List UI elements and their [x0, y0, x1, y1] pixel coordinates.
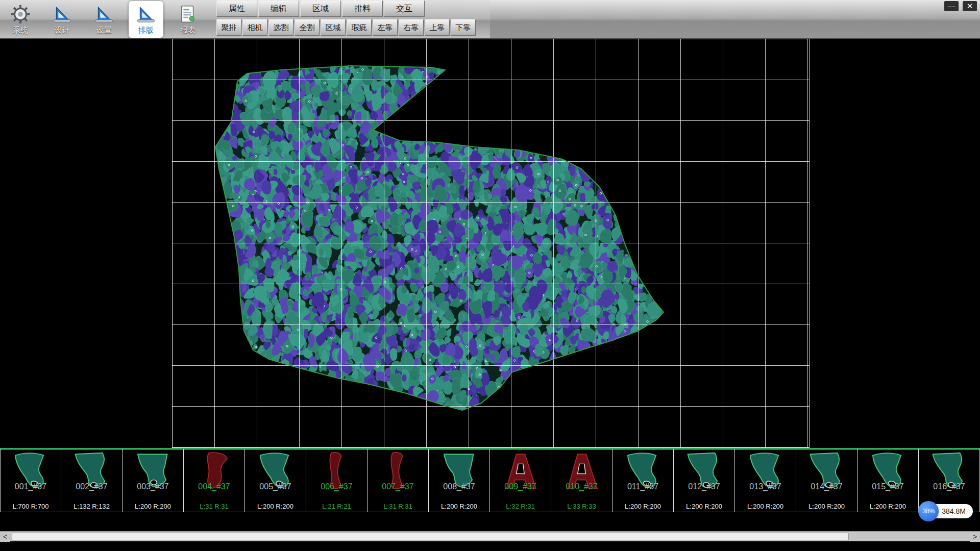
piece-name: 013_#37: [735, 482, 796, 491]
piece-name: 011_#37: [612, 482, 673, 491]
piece-name: 003_#37: [122, 482, 183, 491]
scroll-left-arrow[interactable]: <: [0, 532, 10, 542]
piece-lr-count: L:132 R:132: [61, 503, 122, 510]
piece-thumbnail-strip: 001_#37L:700 R:700002_#37L:132 R:132003_…: [0, 448, 980, 512]
horizontal-scrollbar[interactable]: < >: [0, 531, 980, 541]
nesting-canvas-viewport[interactable]: [172, 39, 810, 448]
sail-icon: [135, 4, 157, 25]
piece-lr-count: L:200 R:200: [122, 503, 183, 510]
progress-percent-circle: 38%: [918, 501, 939, 521]
tool-button-10[interactable]: 下靠: [451, 19, 476, 36]
app-button-settings[interactable]: 设置: [87, 1, 121, 38]
app-button-report[interactable]: 报表: [170, 1, 205, 38]
tool-button-7[interactable]: 左靠: [373, 19, 398, 36]
piece-lr-count: L:200 R:200: [735, 503, 796, 510]
report-icon: [177, 4, 199, 25]
piece-name: 005_#37: [245, 482, 306, 491]
piece-name: 002_#37: [61, 482, 122, 491]
piece-name: 016_#37: [919, 482, 979, 491]
nesting-canvas[interactable]: [172, 39, 810, 448]
menu-tab-2[interactable]: 编辑: [258, 1, 299, 17]
app-button-label: 设计: [55, 26, 70, 35]
thumbnail-cell-005_#37[interactable]: 005_#37L:200 R:200: [245, 449, 306, 512]
thumbnail-cell-010_#37[interactable]: 010_#37L:33 R:33: [551, 449, 612, 512]
piece-name: 009_#37: [490, 482, 551, 491]
tool-button-9[interactable]: 上靠: [425, 19, 450, 36]
piece-name: 004_#37: [184, 482, 244, 491]
tool-button-3[interactable]: 选割: [268, 19, 293, 36]
piece-lr-count: L:200 R:200: [674, 503, 734, 510]
thumbnail-cell-001_#37[interactable]: 001_#37L:700 R:700: [0, 449, 61, 512]
window-controls: — ✕: [944, 1, 977, 11]
piece-lr-count: L:200 R:200: [612, 503, 673, 510]
piece-lr-count: L:32 R:31: [490, 503, 551, 510]
thumbnail-cell-015_#37[interactable]: 015_#37L:200 R:200: [857, 449, 919, 512]
app-button-layout[interactable]: 排版: [129, 1, 163, 38]
menu-tab-5[interactable]: 交互: [384, 1, 425, 17]
piece-name: 014_#37: [796, 482, 857, 491]
piece-lr-count: L:21 R:21: [306, 503, 367, 510]
sail-icon: [52, 4, 73, 25]
app-window: 系统设计设置排版报表 属性编辑区域排料交互 聚排相机选割全割区域瑕疵左靠右靠上靠…: [0, 0, 980, 551]
thumbnail-cell-013_#37[interactable]: 013_#37L:200 R:200: [735, 449, 796, 512]
piece-name: 010_#37: [551, 482, 612, 491]
toolbar: 系统设计设置排版报表 属性编辑区域排料交互 聚排相机选割全割区域瑕疵左靠右靠上靠…: [0, 0, 980, 39]
thumbnail-cell-003_#37[interactable]: 003_#37L:200 R:200: [122, 449, 184, 512]
tool-button-row: 聚排相机选割全割区域瑕疵左靠右靠上靠下靠: [216, 19, 476, 36]
app-button-label: 系统: [13, 26, 28, 35]
app-button-label: 报表: [180, 26, 195, 35]
thumbnail-cell-014_#37[interactable]: 014_#37L:200 R:200: [796, 449, 857, 512]
thumbnail-cell-006_#37[interactable]: 006_#37L:21 R:21: [306, 449, 368, 512]
thumbnail-cell-002_#37[interactable]: 002_#37L:132 R:132: [61, 449, 122, 512]
app-button-bar: 系统设计设置排版报表: [3, 1, 205, 38]
thumbnail-cell-007_#37[interactable]: 007_#37L:31 R:31: [368, 449, 429, 512]
piece-name: 008_#37: [429, 482, 489, 491]
scroll-right-arrow[interactable]: >: [970, 532, 980, 542]
piece-name: 006_#37: [306, 482, 367, 491]
piece-name: 007_#37: [368, 482, 428, 491]
piece-lr-count: L:200 R:200: [796, 503, 857, 510]
progress-badge: 38% 384.8M: [918, 501, 973, 521]
piece-lr-count: L:700 R:700: [1, 503, 61, 510]
sail-icon: [93, 4, 115, 25]
menu-tab-3[interactable]: 区域: [300, 1, 341, 17]
piece-name: 015_#37: [857, 482, 918, 491]
thumbnail-cell-009_#37[interactable]: 009_#37L:32 R:31: [490, 449, 551, 512]
menu-area: 属性编辑区域排料交互 聚排相机选割全割区域瑕疵左靠右靠上靠下靠: [216, 1, 476, 36]
piece-lr-count: L:33 R:33: [551, 503, 612, 510]
piece-lr-count: L:200 R:200: [429, 503, 489, 510]
tool-button-4[interactable]: 全割: [295, 19, 320, 36]
app-button-label: 排版: [138, 26, 154, 35]
thumbnail-cell-008_#37[interactable]: 008_#37L:200 R:200: [429, 449, 490, 512]
thumbnail-cell-004_#37[interactable]: 004_#37L:31 R:31: [184, 449, 245, 512]
app-button-system[interactable]: 系统: [3, 1, 38, 38]
piece-name: 001_#37: [1, 482, 61, 491]
thumbnail-cell-011_#37[interactable]: 011_#37L:200 R:200: [612, 449, 674, 512]
app-button-design[interactable]: 设计: [45, 1, 80, 38]
app-button-label: 设置: [96, 26, 112, 35]
gear-icon: [10, 4, 31, 25]
piece-lr-count: L:200 R:200: [857, 503, 918, 510]
piece-lr-count: L:31 R:31: [184, 503, 244, 510]
menu-tab-row: 属性编辑区域排料交互: [216, 1, 476, 17]
piece-lr-count: L:31 R:31: [368, 503, 428, 510]
thumbnail-cell-012_#37[interactable]: 012_#37L:200 R:200: [674, 449, 735, 512]
menu-tab-1[interactable]: 属性: [216, 1, 257, 17]
scrollbar-thumb[interactable]: [12, 533, 849, 540]
tool-button-1[interactable]: 聚排: [216, 19, 241, 36]
tool-button-2[interactable]: 相机: [242, 19, 267, 36]
close-button[interactable]: ✕: [963, 1, 977, 11]
tool-button-6[interactable]: 瑕疵: [347, 19, 372, 36]
minimize-button[interactable]: —: [944, 1, 959, 11]
tool-button-5[interactable]: 区域: [321, 19, 346, 36]
tool-button-8[interactable]: 右靠: [399, 19, 424, 36]
piece-lr-count: L:200 R:200: [245, 503, 306, 510]
menu-tab-4[interactable]: 排料: [342, 1, 383, 17]
piece-name: 012_#37: [674, 482, 734, 491]
